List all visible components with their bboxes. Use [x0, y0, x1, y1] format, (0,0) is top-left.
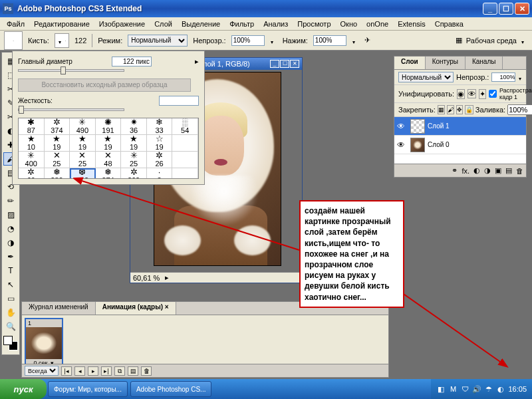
brush-preset[interactable]: ☆19: [147, 135, 173, 152]
brush-preset[interactable]: ★19: [45, 135, 70, 152]
link-layers-icon[interactable]: ⚭: [452, 166, 458, 175]
menu-onone[interactable]: onOne: [362, 19, 392, 29]
tray-icon[interactable]: 🛡: [460, 384, 469, 394]
zoom-tool[interactable]: 🔍: [3, 320, 18, 333]
clock[interactable]: 16:05: [508, 385, 527, 393]
menu-фильтр[interactable]: Фильтр: [225, 19, 258, 29]
brush-preset[interactable]: ★19: [121, 135, 147, 152]
gradient-tool[interactable]: ▨: [3, 208, 18, 221]
layer-opacity-input[interactable]: [491, 72, 515, 82]
lock-pixels-icon[interactable]: 🖌: [447, 105, 454, 114]
doc-info-icon[interactable]: ▸: [165, 273, 169, 282]
maximize-button[interactable]: ☐: [499, 3, 513, 15]
brush-preset-picker[interactable]: [55, 33, 69, 48]
taskbar-item[interactable]: Adobe Photoshop CS...: [130, 381, 212, 397]
lock-position-icon[interactable]: ✥: [456, 105, 463, 114]
visibility-icon[interactable]: 👁: [394, 122, 408, 131]
brush-preset[interactable]: ✱87: [19, 118, 45, 135]
layer-fx-icon[interactable]: fx.: [462, 167, 469, 175]
menu-файл[interactable]: Файл: [3, 19, 29, 29]
menu-окно[interactable]: Окно: [336, 19, 362, 29]
delete-frame-button[interactable]: 🗑: [141, 366, 152, 376]
eraser-tool[interactable]: ✏: [3, 194, 18, 207]
layer-mask-icon[interactable]: ◐: [473, 166, 480, 175]
lock-all-icon[interactable]: 🔒: [465, 105, 473, 114]
menu-редактирование[interactable]: Редактирование: [30, 19, 94, 29]
hand-tool[interactable]: ✋: [3, 306, 18, 319]
unify-style-icon[interactable]: ✦: [479, 89, 486, 99]
unify-position-icon[interactable]: ◉: [457, 89, 465, 99]
brush-preset[interactable]: ✷36: [121, 118, 147, 135]
menu-слой[interactable]: Слой: [150, 19, 176, 29]
new-frame-button[interactable]: ▤: [128, 366, 138, 376]
pen-tool[interactable]: ✒: [3, 250, 18, 263]
loop-select[interactable]: Всегда: [25, 366, 59, 376]
brushes-panel-icon[interactable]: ▦: [456, 36, 462, 45]
brush-preset[interactable]: ✕25: [70, 152, 96, 168]
brush-preset[interactable]: ❄︎33: [147, 118, 173, 135]
tray-icon[interactable]: M: [448, 384, 458, 394]
foreground-color[interactable]: [3, 336, 13, 345]
lock-transparency-icon[interactable]: ▦: [438, 105, 445, 114]
tray-icon[interactable]: ◐: [496, 384, 505, 394]
brush-preset[interactable]: ★10: [19, 135, 45, 152]
minimize-button[interactable]: _: [483, 3, 497, 15]
close-button[interactable]: ✕: [515, 3, 529, 15]
layer-blend-select[interactable]: Нормальный: [398, 72, 454, 82]
diameter-input[interactable]: [112, 57, 152, 66]
chevron-down-icon[interactable]: [352, 37, 359, 44]
brush-preset[interactable]: [172, 135, 198, 152]
brush-preset[interactable]: [172, 152, 198, 168]
flyout-arrow-icon[interactable]: ▸: [195, 57, 199, 66]
visibility-icon[interactable]: 👁: [394, 140, 408, 150]
brush-preset[interactable]: ✲374: [45, 118, 70, 135]
tab-0[interactable]: Журнал изменений: [22, 302, 96, 315]
tab-Слои[interactable]: Слои: [394, 57, 426, 69]
zoom-level[interactable]: 60,61 %: [133, 274, 160, 282]
brush-preset[interactable]: ★19: [96, 135, 122, 152]
menu-просмотр[interactable]: Просмотр: [293, 19, 334, 29]
chevron-down-icon[interactable]: [271, 37, 277, 44]
hardness-input[interactable]: [159, 96, 199, 106]
menu-изображение[interactable]: Изображение: [95, 19, 149, 29]
menu-справка[interactable]: Справка: [431, 19, 467, 29]
layer-name[interactable]: Слой 1: [428, 122, 450, 130]
brush-preset[interactable]: ·2: [147, 168, 173, 179]
delete-layer-icon[interactable]: 🗑: [516, 167, 523, 175]
shape-tool[interactable]: ▭: [3, 292, 18, 305]
adjustment-layer-icon[interactable]: ◑: [484, 166, 491, 175]
layer-name[interactable]: Слой 0: [428, 141, 450, 148]
workspace-label[interactable]: Рабочая среда: [466, 37, 517, 45]
hardness-slider[interactable]: [18, 108, 124, 111]
airbrush-icon[interactable]: ✈: [364, 36, 370, 45]
brush-preset[interactable]: ░54: [172, 118, 198, 135]
layer-thumb[interactable]: [410, 119, 425, 134]
brush-preset[interactable]: ✲69: [19, 168, 45, 179]
layer-row[interactable]: 👁Слой 1: [394, 117, 526, 136]
brush-preset[interactable]: ✲26: [147, 152, 173, 168]
blend-mode-select[interactable]: Нормальный: [128, 35, 188, 47]
dodge-tool[interactable]: ◑: [3, 236, 18, 249]
flow-input[interactable]: [313, 35, 346, 46]
brush-preset[interactable]: ✳400: [19, 152, 45, 168]
tab-1[interactable]: Анимация (кадры) ×: [96, 302, 176, 315]
menu-extensis[interactable]: Extensis: [394, 19, 430, 29]
menu-выделение[interactable]: Выделение: [178, 19, 224, 29]
type-tool[interactable]: T: [3, 264, 18, 277]
layer-group-icon[interactable]: ▣: [495, 166, 501, 175]
brush-preset[interactable]: ✳25: [121, 152, 147, 168]
start-button[interactable]: пуск: [0, 379, 47, 399]
brush-preset[interactable]: ★19: [70, 135, 96, 152]
tray-icon[interactable]: ◧: [436, 384, 446, 394]
brush-preset[interactable]: ✲262: [121, 168, 147, 179]
chevron-down-icon[interactable]: [519, 74, 522, 80]
menu-анализ[interactable]: Анализ: [259, 19, 292, 29]
color-swatches[interactable]: [3, 336, 18, 350]
tab-Контуры[interactable]: Контуры: [426, 57, 466, 69]
layer-fill-input[interactable]: [507, 104, 532, 115]
brush-preset[interactable]: ✕48: [96, 152, 122, 168]
doc-minimize-button[interactable]: _: [270, 60, 279, 68]
next-frame-button[interactable]: ▸|: [101, 366, 112, 376]
brush-preset[interactable]: ✺191: [96, 118, 122, 135]
taskbar-item[interactable]: Форум: Мир, которы...: [48, 381, 128, 397]
